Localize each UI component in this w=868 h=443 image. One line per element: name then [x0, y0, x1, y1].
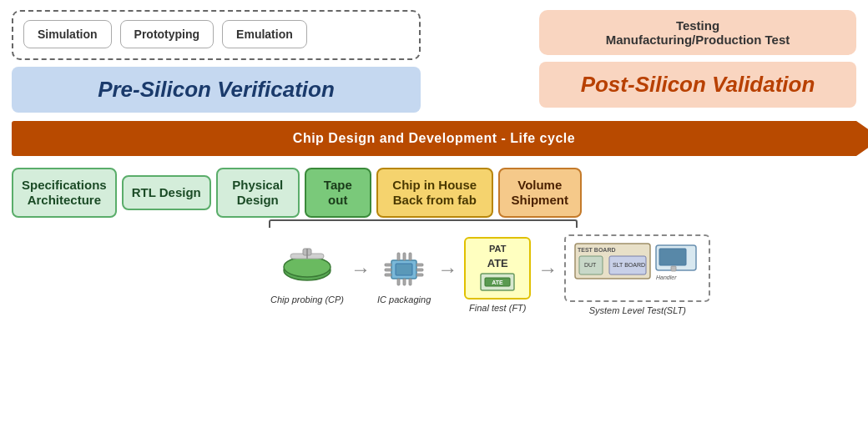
svg-text:ATE: ATE: [492, 279, 504, 285]
system-test-inner: TEST BOARD DUT SLT BOARD: [573, 241, 702, 295]
lifecycle-bar: Chip Design and Development - Life cycle: [12, 121, 856, 156]
svg-text:SLT BOARD: SLT BOARD: [613, 262, 645, 268]
svg-rect-18: [409, 279, 411, 285]
svg-rect-11: [416, 269, 423, 271]
pre-silicon-label: Pre-Silicon Verification: [12, 67, 421, 113]
top-section: Simulation Prototyping Emulation Pre-Sil…: [12, 10, 856, 113]
pat-label: PAT: [489, 244, 506, 254]
svg-text:TEST BOARD: TEST BOARD: [578, 247, 616, 253]
svg-text:Handler: Handler: [656, 274, 677, 280]
post-silicon-area: TestingManufacturing/Production Test Pos…: [539, 10, 856, 108]
emulation-box: Emulation: [222, 20, 307, 48]
svg-rect-7: [385, 264, 391, 266]
prototyping-box: Prototyping: [120, 20, 214, 48]
final-test-item: PAT ATE ATE Final test (FT): [464, 237, 531, 313]
stage-chip-house: Chip in HouseBack from fab: [376, 168, 493, 218]
main-container: Simulation Prototyping Emulation Pre-Sil…: [0, 0, 868, 443]
svg-rect-8: [385, 269, 391, 271]
post-silicon-label: Post-Silicon Validation: [539, 62, 856, 108]
svg-rect-14: [403, 253, 406, 260]
ic-package-item: IC packaging: [377, 245, 431, 305]
stage-physical-design: PhysicalDesign: [216, 168, 300, 218]
stage-rtl-design: RTL Design: [122, 175, 211, 210]
svg-rect-9: [385, 274, 391, 276]
pre-silicon-area: Simulation Prototyping Emulation Pre-Sil…: [12, 10, 421, 113]
svg-point-1: [284, 257, 331, 277]
svg-rect-15: [409, 253, 411, 260]
svg-rect-29: [659, 249, 686, 265]
chip-probing-item: Chip probing (CP): [270, 245, 344, 305]
bottom-diagram: Chip probing (CP) →: [270, 226, 856, 315]
dashed-verification-box: Simulation Prototyping Emulation: [12, 10, 421, 60]
arrow-1: →: [351, 258, 371, 281]
ic-package-icon: [379, 245, 429, 291]
system-test-svg: TEST BOARD DUT SLT BOARD: [573, 241, 702, 295]
ate-icon: ATE: [477, 269, 518, 293]
svg-rect-12: [416, 274, 423, 276]
diagram-bracket: [269, 219, 578, 228]
svg-rect-17: [403, 279, 406, 285]
system-test-item: TEST BOARD DUT SLT BOARD: [564, 234, 710, 315]
chip-probe-label: Chip probing (CP): [270, 294, 344, 305]
testing-box: TestingManufacturing/Production Test: [539, 10, 856, 55]
ic-package-label: IC packaging: [377, 294, 431, 305]
final-test-box: PAT ATE ATE: [464, 237, 531, 300]
simulation-box: Simulation: [23, 20, 112, 48]
final-test-label: Final test (FT): [469, 303, 526, 313]
lifecycle-text: Chip Design and Development - Life cycle: [293, 131, 575, 146]
svg-rect-30: [671, 266, 676, 271]
svg-text:DUT: DUT: [584, 262, 597, 268]
stage-spec-arch: SpecificationsArchitecture: [12, 168, 117, 218]
svg-rect-16: [397, 279, 400, 285]
arrow-3: →: [537, 258, 558, 281]
arrow-2: →: [437, 258, 457, 281]
svg-rect-6: [396, 264, 412, 275]
ate-label: ATE: [487, 257, 508, 269]
stage-tapeout: Tapeout: [305, 168, 371, 218]
system-test-box: TEST BOARD DUT SLT BOARD: [564, 234, 710, 302]
stages-row: SpecificationsArchitecture RTL Design Ph…: [12, 168, 856, 218]
stage-volume-shipment: VolumeShipment: [498, 168, 582, 218]
svg-rect-13: [397, 253, 400, 260]
chip-probe-icon: [278, 245, 336, 291]
svg-rect-10: [416, 264, 423, 266]
system-test-label: System Level Test(SLT): [589, 305, 686, 315]
diagram-items: Chip probing (CP) →: [270, 234, 710, 315]
